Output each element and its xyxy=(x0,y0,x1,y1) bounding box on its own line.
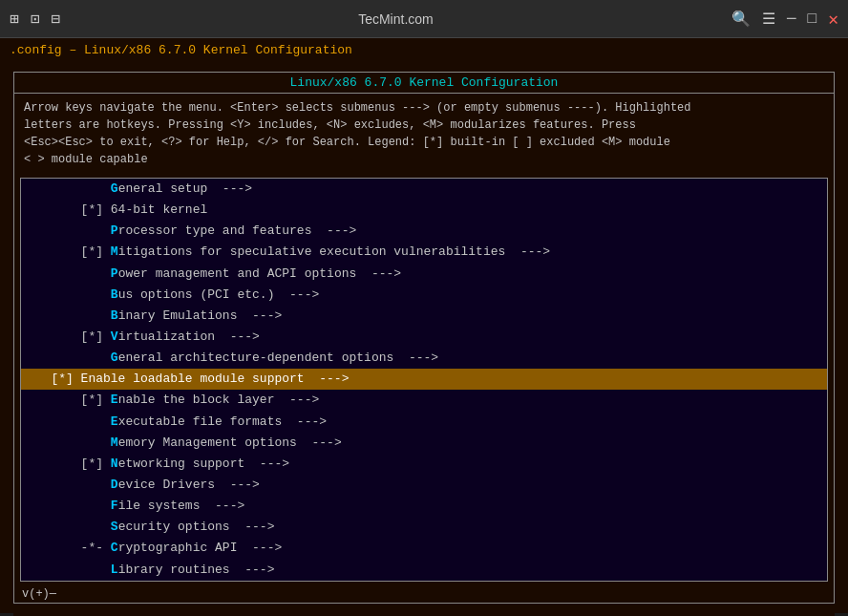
help-line-2: letters are hotkeys. Pressing <Y> includ… xyxy=(24,118,636,132)
list-item[interactable]: Power management and ACPI options ---> xyxy=(21,264,827,285)
list-item[interactable]: [*] Virtualization ---> xyxy=(21,327,827,348)
menu-icon[interactable]: ☰ xyxy=(762,10,775,29)
hotkey-e1: E xyxy=(111,393,118,407)
list-item[interactable]: Executable file formats ---> xyxy=(21,412,827,433)
list-item[interactable]: Memory Management options ---> xyxy=(21,433,827,454)
list-item[interactable]: General architecture-dependent options -… xyxy=(21,348,827,369)
hotkey-m2: M xyxy=(111,435,118,450)
menu-container: General setup ---> [*] 64-bit kernel Pro… xyxy=(20,178,828,582)
help-text: Arrow keys navigate the menu. <Enter> se… xyxy=(14,94,834,174)
hotkey-g: G xyxy=(111,181,118,196)
search-icon[interactable]: 🔍 xyxy=(731,10,751,29)
list-item[interactable]: File systems ---> xyxy=(21,496,827,517)
hotkey-m1: M xyxy=(111,244,118,259)
hotkey-g2: G xyxy=(111,350,118,365)
list-item[interactable]: Bus options (PCI etc.) ---> xyxy=(21,285,827,306)
hotkey-n: N xyxy=(111,457,118,471)
hotkey-d: D xyxy=(111,478,118,492)
hotkey-p1: P xyxy=(111,223,118,238)
hotkey-e2: E xyxy=(111,414,118,429)
new-tab-icon[interactable]: ⊞ xyxy=(10,10,19,29)
move-icon[interactable]: ⊡ xyxy=(31,10,40,29)
title-bar-right: 🔍 ☰ ─ □ ✕ xyxy=(731,9,838,30)
hotkey-p2: P xyxy=(111,266,118,281)
list-item[interactable]: [*] Mitigations for speculative executio… xyxy=(21,242,827,263)
help-line-4: < > module capable xyxy=(24,153,148,166)
minimize-icon[interactable]: ─ xyxy=(787,11,796,28)
button-bar: <Select> < Exit > < Help > < Save > < Lo… xyxy=(13,611,835,616)
list-item[interactable]: Security options ---> xyxy=(21,517,827,538)
list-item[interactable]: [*] Networking support ---> xyxy=(21,454,827,475)
hotkey-f: F xyxy=(111,499,118,513)
close-icon[interactable]: ✕ xyxy=(828,9,838,30)
hotkey-v: V xyxy=(111,329,118,344)
main-area: Linux/x86 6.7.0 Kernel Configuration Arr… xyxy=(0,62,848,613)
hotkey-b1: B xyxy=(111,287,118,302)
list-item[interactable]: Device Drivers ---> xyxy=(21,475,827,496)
list-item[interactable]: [*] 64-bit kernel xyxy=(21,200,827,221)
list-item[interactable]: -*- Cryptographic API ---> xyxy=(21,538,827,559)
scrollbar-indicator: v(+)─ xyxy=(14,585,834,603)
maximize-icon[interactable]: □ xyxy=(808,11,817,28)
list-item[interactable]: Library routines ---> xyxy=(21,560,827,581)
help-line-1: Arrow keys navigate the menu. <Enter> se… xyxy=(24,101,691,115)
path-bar: .config – Linux/x86 6.7.0 Kernel Configu… xyxy=(0,38,848,62)
list-item[interactable]: [*] Enable the block layer ---> xyxy=(21,390,827,411)
kernel-config-dialog: Linux/x86 6.7.0 Kernel Configuration Arr… xyxy=(13,72,835,604)
list-item[interactable]: Processor type and features ---> xyxy=(21,221,827,242)
dialog-title: Linux/x86 6.7.0 Kernel Configuration xyxy=(14,73,834,94)
path-text: .config – Linux/x86 6.7.0 Kernel Configu… xyxy=(10,43,352,57)
list-item-highlighted[interactable]: [*] Enable loadable module support ---> xyxy=(21,369,827,390)
help-line-3: <Esc><Esc> to exit, <?> for Help, </> fo… xyxy=(24,136,670,149)
screen-icon[interactable]: ⊟ xyxy=(51,10,60,29)
list-item[interactable]: Binary Emulations ---> xyxy=(21,306,827,327)
hotkey-l: L xyxy=(111,563,118,577)
title-bar-left: ⊞ ⊡ ⊟ xyxy=(10,10,60,29)
hotkey-s: S xyxy=(111,520,118,534)
hotkey-c: C xyxy=(111,541,118,555)
list-item[interactable]: General setup ---> xyxy=(21,179,827,200)
hotkey-b2: B xyxy=(111,308,118,323)
window-title: TecMint.com xyxy=(358,11,434,27)
title-bar: ⊞ ⊡ ⊟ TecMint.com 🔍 ☰ ─ □ ✕ xyxy=(0,0,848,38)
